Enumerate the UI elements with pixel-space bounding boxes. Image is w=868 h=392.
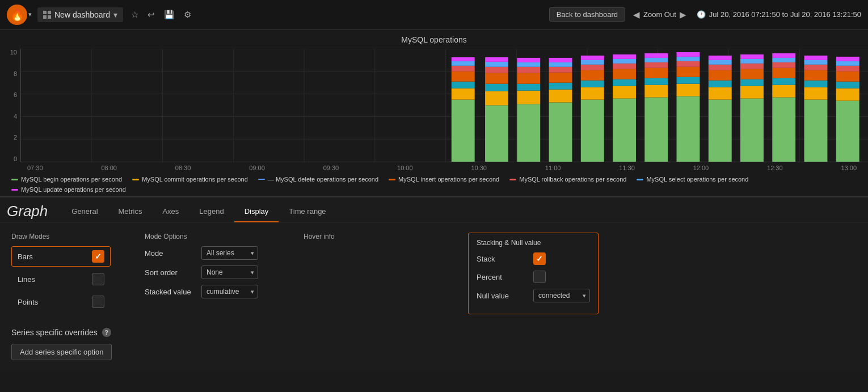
draw-mode-lines-checkbox[interactable]: [92, 273, 104, 285]
tab-display[interactable]: Display: [234, 201, 279, 222]
svg-rect-100: [804, 70, 828, 81]
svg-rect-48: [581, 100, 604, 162]
draw-mode-bars-label: Bars: [18, 252, 33, 261]
svg-rect-78: [709, 81, 732, 87]
stack-checkbox[interactable]: [533, 252, 546, 265]
y-label-2: 2: [3, 134, 17, 141]
x-label-0900: 09:00: [249, 165, 265, 171]
svg-rect-31: [485, 67, 508, 73]
svg-rect-22: [452, 82, 475, 88]
share-icon[interactable]: ↩: [148, 10, 155, 20]
stacked-value-label: Stacked value: [145, 288, 201, 296]
sort-order-select[interactable]: None Increasing Decreasing: [201, 265, 258, 279]
zoom-right-icon[interactable]: ▶: [677, 10, 689, 20]
svg-rect-108: [836, 66, 859, 71]
nav-icons-group: ☆ ↩ 💾 ⚙: [131, 10, 191, 20]
tab-axes[interactable]: Axes: [152, 201, 189, 222]
x-label-1100: 11:00: [545, 165, 561, 171]
svg-rect-94: [772, 62, 795, 68]
zoom-left-icon[interactable]: ◀: [631, 10, 642, 20]
x-label-1200: 12:00: [693, 165, 709, 171]
svg-rect-91: [772, 85, 795, 98]
svg-rect-35: [517, 91, 540, 104]
svg-rect-85: [740, 79, 764, 86]
panel-editor: Graph General Metrics Axes Legend Displa…: [0, 196, 868, 372]
draw-mode-points-row: Points: [11, 292, 111, 312]
dashboard-title-btn[interactable]: New dashboard ▾: [37, 7, 123, 22]
grafana-logo[interactable]: 🔥: [7, 5, 27, 25]
x-label-0930: 09:30: [323, 165, 339, 171]
tab-metrics[interactable]: Metrics: [108, 201, 153, 222]
legend-item-rollback: MySQL rollback operations per second: [509, 176, 626, 183]
null-value-select-wrap: connected null null as zero: [533, 289, 590, 302]
top-nav: 🔥 ▾ New dashboard ▾ ☆ ↩ 💾 ⚙ Back to dash…: [0, 0, 868, 29]
mode-option-mode-row: Mode All series Per series: [145, 246, 269, 260]
legend-color-insert: [389, 179, 395, 180]
x-axis-labels: 07:30 08:00 08:30 09:00 09:30 10:00 10:3…: [27, 165, 857, 171]
settings-icon[interactable]: ⚙: [184, 10, 191, 20]
svg-rect-44: [549, 73, 572, 83]
svg-rect-40: [517, 58, 540, 62]
star-icon[interactable]: ☆: [131, 10, 138, 20]
x-label-1000: 10:00: [397, 165, 413, 171]
svg-rect-58: [613, 69, 636, 79]
legend-label-delete: — MySQL delete operations per second: [268, 176, 378, 183]
svg-rect-69: [677, 96, 700, 162]
legend-label-rollback: MySQL rollback operations per second: [519, 176, 626, 183]
draw-mode-lines-row: Lines: [11, 269, 111, 289]
editor-body: Draw Modes Bars Lines Points Mode Option…: [0, 222, 868, 372]
svg-rect-99: [804, 81, 828, 87]
hover-info-section: Hover info: [304, 233, 434, 314]
legend-color-update: [11, 189, 18, 191]
x-label-0730: 07:30: [27, 165, 43, 171]
percent-checkbox[interactable]: [533, 271, 546, 283]
zoom-control: ◀ Zoom Out ▶: [631, 10, 689, 20]
tab-time-range[interactable]: Time range: [279, 201, 336, 222]
legend-color-begin: [11, 179, 18, 180]
svg-rect-39: [517, 62, 540, 67]
legend-item-begin: MySQL begin operations per second: [11, 176, 122, 183]
save-icon[interactable]: 💾: [164, 10, 175, 20]
time-range-display[interactable]: 🕐 Jul 20, 2016 07:21:50 to Jul 20, 2016 …: [697, 10, 861, 19]
svg-rect-98: [804, 87, 828, 100]
svg-rect-34: [517, 104, 540, 162]
null-value-label: Null value: [477, 292, 533, 300]
svg-rect-52: [581, 65, 604, 70]
add-series-specific-option-btn[interactable]: Add series specific option: [11, 344, 112, 360]
time-range-text: Jul 20, 2016 07:21:50 to Jul 20, 2016 13…: [709, 10, 861, 19]
legend-label-commit: MySQL commit operations per second: [142, 176, 248, 183]
stacking-box: Stacking & Null value Stack Percent Null…: [468, 233, 599, 314]
series-overrides-help-icon[interactable]: ?: [102, 328, 111, 337]
panel-title: Graph: [7, 203, 48, 220]
svg-rect-104: [836, 101, 859, 162]
x-label-1300: 13:00: [841, 165, 857, 171]
svg-rect-74: [677, 57, 700, 61]
tab-general[interactable]: General: [61, 201, 108, 222]
svg-rect-93: [772, 68, 795, 78]
svg-rect-70: [677, 84, 700, 96]
mode-options-section: Mode Options Mode All series Per series …: [145, 233, 269, 314]
sort-order-select-wrap: None Increasing Decreasing: [201, 265, 258, 279]
svg-rect-67: [644, 58, 668, 62]
zoom-out-label[interactable]: Zoom Out: [643, 10, 676, 19]
legend-label-insert: MySQL insert operations per second: [398, 176, 499, 183]
draw-mode-points-checkbox[interactable]: [92, 296, 104, 308]
svg-rect-66: [644, 62, 668, 68]
svg-rect-0: [43, 11, 47, 14]
stacked-value-select[interactable]: cumulative individual: [201, 285, 258, 298]
svg-rect-57: [613, 79, 636, 86]
logo-dropdown[interactable]: ▾: [28, 11, 32, 18]
svg-rect-84: [740, 86, 764, 99]
back-to-dashboard-btn[interactable]: Back to dashboard: [549, 7, 625, 22]
clock-icon: 🕐: [697, 10, 706, 19]
null-value-select[interactable]: connected null null as zero: [533, 289, 590, 302]
dashboard-caret-icon: ▾: [113, 10, 117, 19]
svg-rect-90: [772, 98, 795, 162]
svg-rect-87: [740, 64, 764, 69]
legend-label-select: MySQL select operations per second: [646, 176, 748, 183]
mode-select[interactable]: All series Per series: [201, 246, 258, 260]
draw-mode-bars-checkbox[interactable]: [92, 250, 104, 263]
tab-legend[interactable]: Legend: [189, 201, 234, 222]
y-label-0: 0: [3, 155, 17, 162]
legend-item-insert: MySQL insert operations per second: [389, 176, 499, 183]
